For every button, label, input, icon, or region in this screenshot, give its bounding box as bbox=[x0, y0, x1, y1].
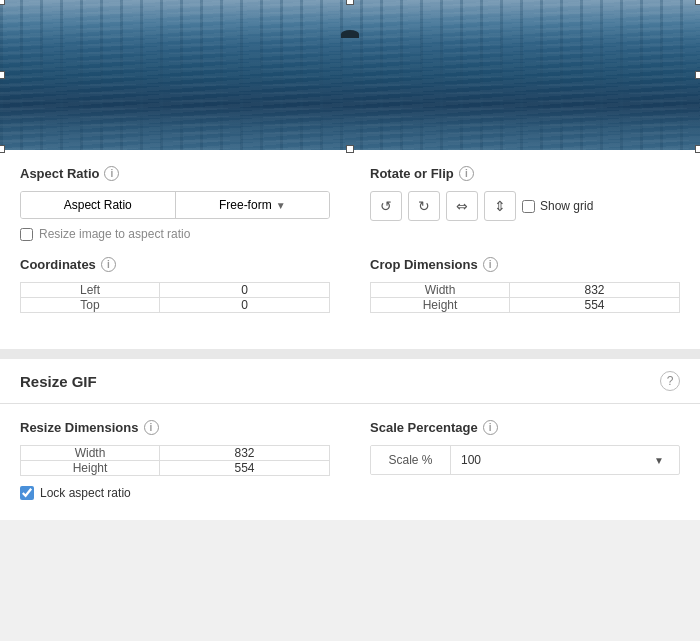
crop-width-row: Width 832 bbox=[371, 283, 680, 298]
coordinates-label: Coordinates i bbox=[20, 257, 330, 272]
flip-vertical-button[interactable]: ⇕ bbox=[484, 191, 516, 221]
top-label: Top bbox=[21, 298, 160, 313]
scale-percentage-group: Scale Percentage i Scale % 100 ▼ bbox=[370, 420, 680, 500]
freeform-dropdown-button[interactable]: Free-form ▼ bbox=[176, 192, 330, 218]
aspect-ratio-title: Aspect Ratio bbox=[20, 166, 99, 181]
handle-mid-left[interactable] bbox=[0, 71, 5, 79]
crop-dimensions-info-icon[interactable]: i bbox=[483, 257, 498, 272]
top-value[interactable]: 0 bbox=[160, 298, 330, 313]
resize-image-checkbox[interactable] bbox=[20, 228, 33, 241]
flip-v-icon: ⇕ bbox=[494, 198, 506, 214]
scale-percentage-info-icon[interactable]: i bbox=[483, 420, 498, 435]
scale-value: 100 bbox=[461, 453, 481, 467]
lock-aspect-label[interactable]: Lock aspect ratio bbox=[40, 486, 131, 500]
resize-width-label: Width bbox=[21, 446, 160, 461]
freeform-dropdown-arrow: ▼ bbox=[276, 200, 286, 211]
rotate-left-button[interactable]: ↺ bbox=[370, 191, 402, 221]
resize-image-label: Resize image to aspect ratio bbox=[39, 227, 190, 241]
rotate-left-icon: ↺ bbox=[380, 198, 392, 214]
handle-top-left[interactable] bbox=[0, 0, 5, 5]
resize-controls-row: Resize Dimensions i Width 832 Height 554… bbox=[20, 420, 680, 500]
handle-top-right[interactable] bbox=[695, 0, 700, 5]
crop-dimensions-table: Width 832 Height 554 bbox=[370, 282, 680, 313]
resize-dimensions-group: Resize Dimensions i Width 832 Height 554… bbox=[20, 420, 330, 500]
controls-area: Aspect Ratio i Aspect Ratio Free-form ▼ … bbox=[0, 150, 700, 349]
crop-width-value[interactable]: 832 bbox=[510, 283, 680, 298]
rotate-controls: ↺ ↻ ⇔ ⇕ Show grid bbox=[370, 191, 680, 221]
top-row: Top 0 bbox=[21, 298, 330, 313]
handle-bottom-mid[interactable] bbox=[346, 145, 354, 153]
aspect-ratio-group: Aspect Ratio i Aspect Ratio Free-form ▼ … bbox=[20, 166, 330, 241]
crop-dimensions-group: Crop Dimensions i Width 832 Height 554 bbox=[370, 257, 680, 313]
aspect-ratio-label: Aspect Ratio i bbox=[20, 166, 330, 181]
resize-gif-title: Resize GIF bbox=[20, 373, 97, 390]
resize-gif-section: Resize GIF ? Resize Dimensions i Width 8… bbox=[0, 359, 700, 520]
rotate-flip-label: Rotate or Flip i bbox=[370, 166, 680, 181]
scale-percentage-title: Scale Percentage bbox=[370, 420, 478, 435]
scale-value-cell: 100 ▼ bbox=[451, 446, 679, 474]
scale-dropdown-button[interactable]: ▼ bbox=[649, 455, 669, 466]
handle-bottom-left[interactable] bbox=[0, 145, 5, 153]
resize-width-row: Width 832 bbox=[21, 446, 330, 461]
aspect-ratio-button[interactable]: Aspect Ratio bbox=[21, 192, 176, 218]
aspect-ratio-buttons: Aspect Ratio Free-form ▼ bbox=[20, 191, 330, 219]
crop-height-value[interactable]: 554 bbox=[510, 298, 680, 313]
resize-gif-help-icon[interactable]: ? bbox=[660, 371, 680, 391]
image-preview bbox=[0, 0, 700, 150]
bottom-controls-row: Coordinates i Left 0 Top 0 Crop Dimensio… bbox=[20, 257, 680, 313]
show-grid-text: Show grid bbox=[540, 199, 593, 213]
show-grid-label[interactable]: Show grid bbox=[522, 199, 593, 213]
resize-checkbox-row: Resize image to aspect ratio bbox=[20, 227, 330, 241]
rotate-flip-group: Rotate or Flip i ↺ ↻ ⇔ ⇕ Show grid bbox=[370, 166, 680, 241]
rotate-flip-title: Rotate or Flip bbox=[370, 166, 454, 181]
resize-dimensions-title: Resize Dimensions bbox=[20, 420, 139, 435]
coordinates-table: Left 0 Top 0 bbox=[20, 282, 330, 313]
resize-height-row: Height 554 bbox=[21, 461, 330, 476]
image-area bbox=[0, 0, 700, 150]
crop-dimensions-label: Crop Dimensions i bbox=[370, 257, 680, 272]
resize-width-value[interactable]: 832 bbox=[160, 446, 330, 461]
top-controls-row: Aspect Ratio i Aspect Ratio Free-form ▼ … bbox=[20, 166, 680, 241]
show-grid-checkbox[interactable] bbox=[522, 200, 535, 213]
lock-aspect-row: Lock aspect ratio bbox=[20, 486, 330, 500]
scale-input-group: Scale % 100 ▼ bbox=[370, 445, 680, 475]
coordinates-title: Coordinates bbox=[20, 257, 96, 272]
resize-dimensions-label: Resize Dimensions i bbox=[20, 420, 330, 435]
resize-height-label: Height bbox=[21, 461, 160, 476]
coordinates-group: Coordinates i Left 0 Top 0 bbox=[20, 257, 330, 313]
resize-dimensions-info-icon[interactable]: i bbox=[144, 420, 159, 435]
resize-gif-header: Resize GIF ? bbox=[0, 359, 700, 404]
handle-bottom-right[interactable] bbox=[695, 145, 700, 153]
crop-dimensions-title: Crop Dimensions bbox=[370, 257, 478, 272]
crop-width-label: Width bbox=[371, 283, 510, 298]
freeform-label: Free-form bbox=[219, 198, 272, 212]
resize-dimensions-table: Width 832 Height 554 bbox=[20, 445, 330, 476]
crop-height-row: Height 554 bbox=[371, 298, 680, 313]
lock-aspect-checkbox[interactable] bbox=[20, 486, 34, 500]
resize-height-value[interactable]: 554 bbox=[160, 461, 330, 476]
water-waves bbox=[0, 0, 700, 150]
handle-top-mid[interactable] bbox=[346, 0, 354, 5]
aspect-ratio-info-icon[interactable]: i bbox=[104, 166, 119, 181]
handle-mid-right[interactable] bbox=[695, 71, 700, 79]
rotate-right-icon: ↻ bbox=[418, 198, 430, 214]
image-wrapper bbox=[0, 0, 700, 150]
crop-height-label: Height bbox=[371, 298, 510, 313]
left-label: Left bbox=[21, 283, 160, 298]
left-row: Left 0 bbox=[21, 283, 330, 298]
rotate-flip-info-icon[interactable]: i bbox=[459, 166, 474, 181]
section-separator bbox=[0, 349, 700, 359]
coordinates-info-icon[interactable]: i bbox=[101, 257, 116, 272]
rotate-right-button[interactable]: ↻ bbox=[408, 191, 440, 221]
scale-percentage-label: Scale Percentage i bbox=[370, 420, 680, 435]
flip-h-icon: ⇔ bbox=[456, 198, 468, 214]
flip-horizontal-button[interactable]: ⇔ bbox=[446, 191, 478, 221]
scale-label-cell: Scale % bbox=[371, 446, 451, 474]
left-value[interactable]: 0 bbox=[160, 283, 330, 298]
